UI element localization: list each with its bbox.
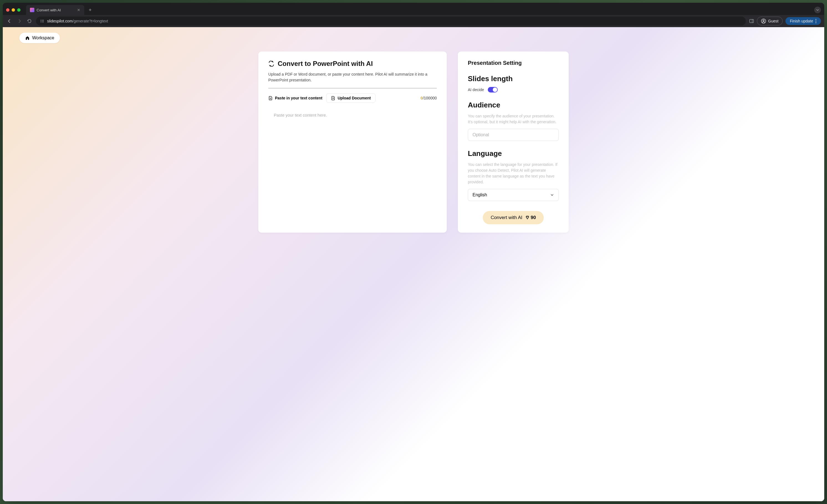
upload-document-tab[interactable]: Upload Document <box>326 93 376 103</box>
convert-icon <box>268 61 274 67</box>
svg-rect-3 <box>42 21 44 22</box>
tab-title: Convert with AI <box>37 8 75 12</box>
page-title: Convert to PowerPoint with AI <box>268 60 437 68</box>
page-content: Workspace Convert to PowerPoint with AI … <box>3 27 824 501</box>
svg-rect-1 <box>41 21 42 22</box>
document-icon <box>268 96 273 100</box>
tab-bar: Convert with AI ✕ + <box>3 3 824 15</box>
convert-panel: Convert to PowerPoint with AI Upload a P… <box>258 52 447 233</box>
svg-rect-2 <box>42 20 44 20</box>
audience-input[interactable] <box>468 129 559 141</box>
browser-window: Convert with AI ✕ + slidespilot.com/gene… <box>3 3 824 501</box>
minimize-window-button[interactable] <box>12 8 15 12</box>
svg-rect-4 <box>750 19 753 23</box>
more-icon <box>815 19 817 23</box>
close-window-button[interactable] <box>6 8 9 12</box>
input-method-tabs: Paste in your text content Upload Docume… <box>268 93 437 103</box>
slides-length-section: Slides length AI decide <box>468 74 559 93</box>
window-controls <box>6 8 20 12</box>
arrow-right-icon <box>17 18 22 23</box>
svg-point-10 <box>816 22 817 23</box>
svg-point-8 <box>816 19 817 20</box>
audience-description: You can specify the audience of your pre… <box>468 113 559 125</box>
profile-button[interactable]: Guest <box>757 17 783 25</box>
finish-update-button[interactable]: Finish update <box>785 17 821 25</box>
toggle-knob <box>493 88 497 92</box>
home-icon <box>25 36 30 41</box>
language-heading: Language <box>468 149 559 158</box>
side-panel-button[interactable] <box>749 18 754 23</box>
close-tab-button[interactable]: ✕ <box>77 8 80 12</box>
workspace-label: Workspace <box>32 36 54 41</box>
svg-rect-0 <box>41 20 42 20</box>
convert-button[interactable]: Convert with AI 90 <box>483 211 543 224</box>
browser-tab[interactable]: Convert with AI ✕ <box>26 5 84 15</box>
language-selected: English <box>473 192 487 198</box>
new-tab-button[interactable]: + <box>87 6 94 14</box>
paste-text-tab[interactable]: Paste in your text content <box>268 94 322 103</box>
workspace-button[interactable]: Workspace <box>19 33 60 43</box>
convert-cost: 90 <box>525 215 536 220</box>
arrow-left-icon <box>7 18 12 23</box>
audience-heading: Audience <box>468 101 559 109</box>
tabs-dropdown-button[interactable] <box>814 7 821 13</box>
upload-icon <box>331 96 335 100</box>
ai-decide-toggle[interactable] <box>488 87 498 93</box>
url-text: slidespilot.com/generate?t=longtext <box>47 19 108 23</box>
chevron-down-icon <box>816 8 819 12</box>
svg-point-9 <box>816 21 817 21</box>
profile-label: Guest <box>768 19 778 23</box>
slides-length-heading: Slides length <box>468 74 559 83</box>
maximize-window-button[interactable] <box>17 8 20 12</box>
url-bar: slidespilot.com/generate?t=longtext Gues… <box>3 15 824 27</box>
site-settings-icon[interactable] <box>40 19 44 23</box>
language-select[interactable]: English <box>468 189 559 201</box>
forward-button[interactable] <box>16 18 23 24</box>
settings-title: Presentation Setting <box>468 60 559 66</box>
user-icon <box>761 18 766 23</box>
convert-label: Convert with AI <box>491 215 522 220</box>
ai-decide-label: AI decide <box>468 88 484 92</box>
finish-update-label: Finish update <box>790 19 813 23</box>
svg-point-7 <box>763 20 764 21</box>
audience-section: Audience You can specify the audience of… <box>468 101 559 141</box>
back-button[interactable] <box>6 18 13 24</box>
reload-button[interactable] <box>26 18 33 24</box>
chevron-down-icon <box>550 193 554 197</box>
tab-favicon <box>30 8 34 12</box>
settings-panel: Presentation Setting Slides length AI de… <box>458 52 569 233</box>
language-section: Language You can select the language for… <box>468 149 559 201</box>
language-description: You can select the language for your pre… <box>468 162 559 185</box>
character-count: 0/100000 <box>421 96 437 100</box>
reload-icon <box>27 18 32 23</box>
page-subtitle: Upload a PDF or Word document, or paste … <box>268 71 437 83</box>
content-textarea[interactable] <box>268 107 437 212</box>
url-field[interactable]: slidespilot.com/generate?t=longtext <box>36 17 746 25</box>
diamond-icon <box>525 215 530 220</box>
